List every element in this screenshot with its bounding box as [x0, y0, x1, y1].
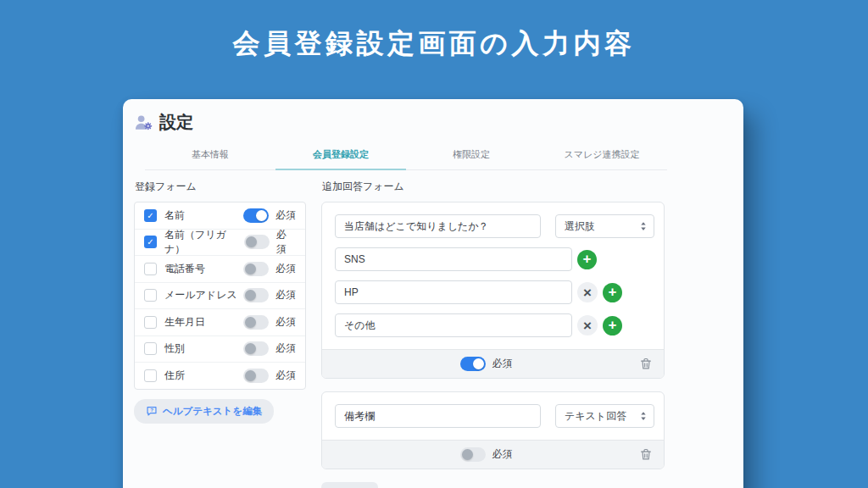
option-input[interactable]	[335, 313, 572, 337]
add-option-icon[interactable]: +	[603, 316, 622, 336]
question-cards: 選択肢 + × + × + 必須	[321, 202, 665, 469]
field-checkbox[interactable]: ✓	[144, 209, 157, 222]
registration-form-column: 登録フォーム ✓ 名前 必須 ✓ 名前（フリガナ） 必須 電話番号 必須 メール…	[134, 180, 306, 488]
tab-bar: 基本情報会員登録設定権限設定スマレジ連携設定	[145, 145, 667, 170]
option-input[interactable]	[335, 280, 572, 304]
add-option-icon[interactable]: +	[577, 250, 597, 269]
required-toggle[interactable]	[460, 357, 486, 371]
tab-3[interactable]: スマレジ連携設定	[537, 145, 667, 170]
required-label: 必須	[275, 288, 296, 302]
required-label: 必須	[275, 262, 296, 276]
required-toggle[interactable]	[243, 369, 269, 383]
updown-arrows-icon	[640, 411, 647, 421]
edit-help-text-button[interactable]: ? ヘルプテキストを編集	[134, 399, 274, 424]
field-checkbox[interactable]	[144, 289, 157, 302]
registration-field-row: ✓ 名前 必須	[135, 202, 305, 230]
field-checkbox[interactable]	[144, 342, 157, 355]
toggle-knob	[245, 317, 256, 328]
field-checkbox[interactable]	[144, 369, 157, 382]
required-label: 必須	[276, 228, 296, 257]
answer-type-value: テキスト回答	[565, 409, 626, 424]
trash-icon[interactable]	[639, 357, 653, 371]
field-label: 生年月日	[164, 315, 205, 330]
question-card: テキスト回答 必須	[321, 391, 665, 469]
toggle-knob	[246, 236, 257, 247]
panel-header: 設定	[134, 111, 735, 133]
content-area: 登録フォーム ✓ 名前 必須 ✓ 名前（フリガナ） 必須 電話番号 必須 メール…	[134, 180, 735, 488]
registration-field-row: 生年月日 必須	[135, 309, 305, 336]
option-input[interactable]	[335, 247, 572, 271]
additional-form-title: 追加回答フォーム	[322, 180, 665, 194]
registration-field-row: 電話番号 必須	[135, 256, 305, 283]
toggle-knob	[245, 263, 256, 274]
field-label: メールアドレス	[164, 288, 237, 302]
field-label: 電話番号	[164, 262, 205, 276]
registration-form-title: 登録フォーム	[135, 180, 306, 194]
required-label: 必須	[275, 341, 296, 356]
edit-help-text-label: ヘルプテキストを編集	[163, 405, 262, 418]
required-label: 必須	[275, 369, 296, 383]
option-row: × +	[335, 313, 654, 337]
toggle-knob	[245, 370, 256, 381]
field-label: 名前（フリガナ）	[164, 228, 244, 257]
registration-field-list: ✓ 名前 必須 ✓ 名前（フリガナ） 必須 電話番号 必須 メールアドレス 必須…	[134, 202, 306, 390]
field-label: 名前	[164, 208, 185, 223]
required-toggle[interactable]	[460, 447, 486, 462]
add-question-button[interactable]: ＋ 追加	[321, 482, 378, 488]
toggle-knob	[245, 290, 256, 301]
required-label: 必須	[275, 208, 296, 223]
toggle-knob	[256, 210, 267, 221]
settings-panel: 設定 基本情報会員登録設定権限設定スマレジ連携設定 登録フォーム ✓ 名前 必須…	[123, 99, 743, 488]
toggle-knob	[462, 449, 473, 460]
tab-0[interactable]: 基本情報	[145, 145, 275, 170]
registration-field-row: ✓ 名前（フリガナ） 必須	[135, 230, 305, 257]
question-card: 選択肢 + × + × + 必須	[321, 202, 665, 379]
field-label: 性別	[164, 341, 185, 356]
registration-field-row: 住所 必須	[135, 363, 305, 389]
tab-1[interactable]: 会員登録設定	[275, 145, 406, 170]
question-card-footer: 必須	[322, 349, 664, 378]
field-checkbox[interactable]	[144, 263, 157, 275]
answer-type-select[interactable]: 選択肢	[555, 214, 654, 238]
help-bubble-icon: ?	[146, 405, 158, 417]
add-option-icon[interactable]: +	[603, 283, 622, 302]
updown-arrows-icon	[640, 221, 647, 231]
question-input[interactable]	[335, 404, 541, 428]
page-title: 会員登録設定画面の入力内容	[0, 25, 868, 63]
svg-text:?: ?	[150, 407, 153, 413]
trash-icon[interactable]	[639, 447, 653, 462]
registration-field-row: メールアドレス 必須	[135, 283, 305, 310]
question-card-body: 選択肢 + × + × +	[322, 202, 664, 349]
field-label: 住所	[164, 369, 185, 383]
toggle-knob	[473, 358, 484, 369]
tab-2[interactable]: 権限設定	[406, 145, 537, 170]
user-gear-icon	[134, 113, 153, 132]
option-row: +	[335, 247, 654, 271]
question-card-footer: 必須	[322, 440, 664, 469]
field-checkbox[interactable]: ✓	[144, 236, 157, 248]
remove-option-icon[interactable]: ×	[577, 282, 598, 302]
required-label: 必須	[275, 315, 296, 330]
required-label: 必須	[492, 357, 513, 371]
registration-field-row: 性別 必須	[135, 336, 305, 363]
question-input[interactable]	[335, 214, 541, 238]
required-toggle[interactable]	[243, 341, 269, 356]
field-checkbox[interactable]	[144, 316, 157, 329]
required-toggle[interactable]	[243, 262, 269, 276]
answer-type-select[interactable]: テキスト回答	[555, 404, 654, 428]
additional-form-column: 追加回答フォーム 選択肢 + × +	[321, 180, 665, 488]
option-row: × +	[335, 280, 654, 304]
required-toggle[interactable]	[244, 235, 270, 249]
answer-type-value: 選択肢	[565, 219, 595, 234]
panel-title: 設定	[159, 111, 193, 134]
remove-option-icon[interactable]: ×	[577, 315, 598, 336]
required-toggle[interactable]	[243, 288, 269, 302]
toggle-knob	[245, 343, 256, 354]
required-label: 必須	[492, 447, 513, 462]
question-card-body: テキスト回答	[322, 392, 664, 440]
page-background: { "page_title": "会員登録設定画面の入力内容", "panel"…	[0, 0, 868, 488]
required-toggle[interactable]	[243, 208, 269, 223]
required-toggle[interactable]	[243, 315, 269, 330]
